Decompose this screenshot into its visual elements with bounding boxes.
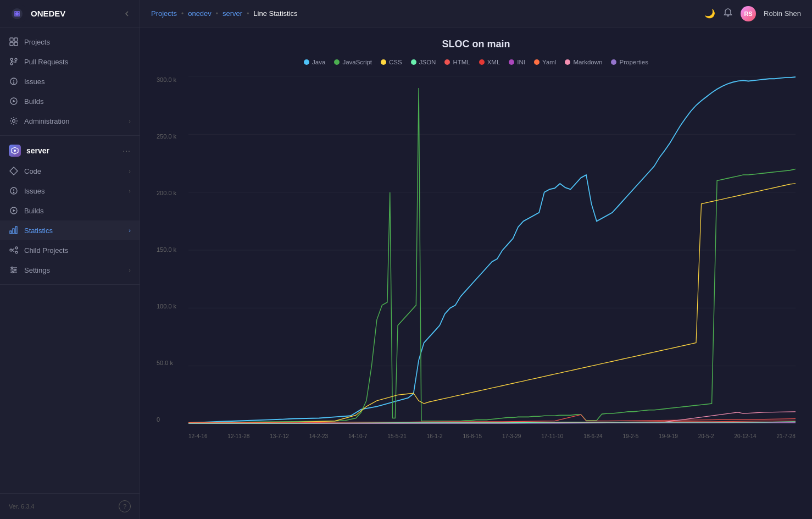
breadcrumb-projects[interactable]: Projects — [151, 9, 177, 18]
settings-icon — [9, 265, 19, 275]
issues-label: Issues — [24, 78, 131, 86]
svg-marker-21 — [13, 209, 16, 212]
sidebar-item-child-projects[interactable]: Child Projects — [0, 240, 140, 260]
legend-dot — [534, 59, 540, 65]
sidebar-header: ONEDEV — [0, 0, 140, 27]
sidebar-item-pull-requests[interactable]: Pull Requests — [0, 52, 140, 71]
administration-chevron: › — [129, 118, 131, 124]
project-icon — [9, 145, 21, 157]
administration-label: Administration — [24, 117, 129, 125]
svg-point-1 — [15, 12, 19, 15]
sidebar-item-project-issues[interactable]: Issues › — [0, 181, 140, 201]
statistics-label: Statistics — [24, 227, 129, 235]
sidebar-item-projects[interactable]: Projects — [0, 32, 140, 52]
x-axis: 12-4-16 12-11-28 13-7-12 14-2-23 14-10-7… — [188, 433, 796, 439]
legend-dot — [381, 59, 386, 65]
svg-rect-5 — [14, 42, 18, 46]
svg-point-15 — [14, 150, 16, 152]
sidebar-item-builds[interactable]: Builds — [0, 91, 140, 111]
svg-rect-2 — [10, 38, 13, 41]
chart-title: SLOC on main — [157, 38, 796, 50]
project-more-button[interactable]: ··· — [123, 146, 131, 155]
svg-rect-22 — [10, 231, 12, 234]
code-chevron: › — [129, 168, 131, 174]
pull-requests-label: Pull Requests — [24, 58, 131, 66]
legend-dot — [565, 59, 570, 65]
project-header: server ··· — [0, 140, 140, 161]
main-content: Projects • onedev • server • Line Statis… — [140, 0, 812, 519]
issues-icon — [9, 76, 19, 86]
chart-area: 300.0 k 250.0 k 200.0 k 150.0 k 100.0 k … — [157, 76, 796, 439]
settings-label: Settings — [24, 266, 129, 274]
y-axis: 300.0 k 250.0 k 200.0 k 150.0 k 100.0 k … — [157, 76, 181, 423]
svg-point-32 — [14, 269, 16, 271]
breadcrumb-server[interactable]: server — [223, 9, 242, 18]
legend-item-markdown: Markdown — [565, 59, 602, 65]
app-name: ONEDEV — [31, 9, 122, 18]
legend-dot — [334, 59, 340, 65]
legend-item-java: Java — [304, 59, 325, 65]
child-projects-label: Child Projects — [24, 246, 131, 255]
legend-item-javascript: JavaScript — [334, 59, 372, 65]
project-issues-chevron: › — [129, 187, 131, 194]
theme-toggle-icon[interactable]: 🌙 — [704, 8, 715, 19]
svg-point-26 — [15, 247, 18, 249]
avatar: RS — [741, 6, 756, 21]
sidebar-item-statistics[interactable]: Statistics › — [0, 220, 140, 240]
svg-rect-23 — [13, 229, 14, 234]
svg-marker-13 — [13, 100, 16, 103]
notifications-icon[interactable] — [723, 8, 733, 20]
sidebar-item-project-builds[interactable]: Builds — [0, 201, 140, 220]
topbar-actions: 🌙 RS Robin Shen — [704, 6, 801, 21]
projects-icon — [9, 37, 19, 47]
legend-dot — [479, 59, 485, 65]
help-button[interactable]: ? — [119, 500, 131, 512]
svg-point-7 — [10, 63, 13, 65]
breadcrumb-current: Line Statistics — [253, 9, 297, 18]
legend-dot — [444, 59, 450, 65]
legend-dot — [611, 59, 616, 65]
svg-point-14 — [13, 120, 15, 123]
code-label: Code — [24, 167, 129, 175]
svg-rect-4 — [10, 42, 13, 46]
svg-point-31 — [12, 267, 13, 269]
administration-icon — [9, 116, 19, 126]
legend-item-json: JSON — [411, 59, 436, 65]
global-nav: Projects Pull Requests Issues — [0, 27, 140, 136]
breadcrumb-onedev[interactable]: onedev — [188, 9, 212, 18]
chart-legend: JavaJavaScriptCSSJSONHTMLXMLINIYamlMarkd… — [157, 59, 796, 65]
legend-dot — [304, 59, 309, 65]
project-builds-icon — [9, 206, 19, 216]
legend-item-properties: Properties — [611, 59, 648, 65]
builds-label: Builds — [24, 97, 131, 106]
project-section: server ··· Code › Issues › — [0, 136, 140, 285]
collapse-button[interactable] — [122, 9, 131, 18]
projects-label: Projects — [24, 38, 131, 46]
svg-point-25 — [10, 249, 12, 251]
sidebar-footer: Ver. 6.3.4 ? — [0, 493, 140, 519]
child-projects-icon — [9, 245, 19, 255]
sidebar-item-administration[interactable]: Administration › — [0, 111, 140, 131]
svg-point-6 — [10, 58, 13, 60]
statistics-chevron: › — [129, 227, 131, 234]
legend-item-xml: XML — [479, 59, 500, 65]
svg-point-19 — [13, 192, 14, 192]
builds-icon — [9, 96, 19, 106]
svg-point-11 — [13, 82, 14, 83]
sidebar-item-code[interactable]: Code › — [0, 161, 140, 181]
settings-chevron: › — [129, 267, 131, 273]
chart-container: SLOC on main JavaJavaScriptCSSJSONHTMLXM… — [140, 27, 812, 519]
legend-item-html: HTML — [444, 59, 470, 65]
legend-item-css: CSS — [381, 59, 402, 65]
project-issues-icon — [9, 186, 19, 196]
user-name[interactable]: Robin Shen — [764, 9, 801, 18]
legend-dot — [509, 59, 514, 65]
topbar: Projects • onedev • server • Line Statis… — [140, 0, 812, 27]
project-builds-label: Builds — [24, 207, 131, 215]
svg-point-33 — [12, 272, 14, 273]
sidebar-item-settings[interactable]: Settings › — [0, 260, 140, 280]
legend-item-yaml: Yaml — [534, 59, 556, 65]
sidebar-item-issues[interactable]: Issues — [0, 71, 140, 91]
svg-point-8 — [15, 58, 17, 60]
statistics-icon — [9, 225, 19, 235]
